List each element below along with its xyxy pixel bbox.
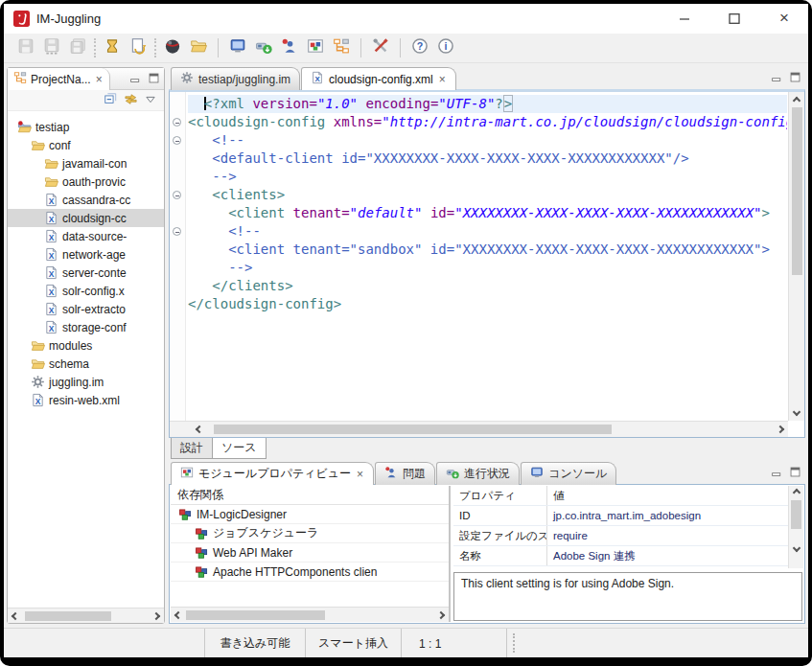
maximize-view-icon[interactable]	[789, 71, 801, 83]
dependency-item[interactable]: Web API Maker	[171, 543, 449, 563]
tree-item-solr-extracto[interactable]: Xsolr-extracto	[8, 300, 164, 318]
tree-item-data-source-[interactable]: Xdata-source-	[8, 227, 164, 245]
scroll-down-icon[interactable]	[793, 408, 800, 416]
editor-hscrollbar[interactable]	[170, 421, 788, 437]
fold-collapse-icon[interactable]	[173, 191, 181, 199]
monitor-button[interactable]	[228, 38, 247, 57]
minimize-view-icon[interactable]	[771, 71, 783, 83]
maximize-view-icon[interactable]	[789, 466, 801, 478]
tree-item-oauth-provic[interactable]: oauth-provic	[8, 172, 164, 191]
code-line[interactable]: <default-client id="XXXXXXXX-XXXX-XXXX-X…	[188, 149, 787, 168]
xml-source-editor[interactable]: <?xml version="1.0" encoding="UTF-8"?><c…	[188, 92, 787, 421]
dependencies-tree: IM-LogicDesignerジョブスケジューラWeb API MakerAp…	[171, 505, 449, 582]
tree-item-schema[interactable]: schema	[8, 355, 164, 373]
spool-button[interactable]	[103, 38, 122, 57]
scroll-thumb[interactable]	[791, 500, 801, 529]
bottom-tab[interactable]: モジュールプロパティビュー×	[171, 462, 374, 485]
code-line[interactable]: <clients>	[188, 186, 787, 204]
project-navigator-tab[interactable]: ProjectNa... ×	[8, 68, 110, 90]
scroll-right-icon[interactable]	[777, 425, 784, 433]
editor-vscrollbar[interactable]	[788, 92, 804, 421]
code-line[interactable]: <?xml version="1.0" encoding="UTF-8"?>	[188, 95, 787, 113]
scroll-right-icon[interactable]	[152, 612, 160, 620]
scroll-down-icon[interactable]	[793, 544, 800, 552]
juggling-ball-button[interactable]	[163, 38, 182, 57]
code-line[interactable]: -->	[188, 168, 787, 186]
view-menu-icon[interactable]	[145, 92, 156, 109]
link-with-editor-icon[interactable]	[124, 91, 138, 109]
dependencies-hscrollbar[interactable]	[171, 607, 449, 622]
code-line[interactable]: <cloudsign-config xmlns="http://intra-ma…	[188, 113, 787, 131]
tree-item-server-conte[interactable]: Xserver-conte	[8, 264, 164, 282]
close-button[interactable]: ×	[768, 4, 800, 34]
tree-item-network-age[interactable]: Xnetwork-age	[8, 245, 164, 264]
code-line[interactable]: <client tenant="sandbox" id="XXXXXXXX-XX…	[188, 241, 787, 259]
status-drag-handle[interactable]	[513, 633, 516, 653]
scroll-right-icon[interactable]	[437, 611, 445, 619]
tree-item-javamail-con[interactable]: javamail-con	[8, 154, 164, 172]
property-row[interactable]: IDjp.co.intra_mart.im_adobesign	[453, 506, 803, 526]
minimize-view-icon[interactable]	[771, 466, 783, 478]
hierarchy-button[interactable]	[332, 38, 351, 57]
view-tab[interactable]: 設計	[171, 438, 213, 459]
fold-collapse-icon[interactable]	[173, 227, 181, 236]
tree-item-resin-web-xml[interactable]: Xresin-web.xml	[8, 391, 164, 409]
close-icon[interactable]: ×	[356, 468, 364, 481]
code-line[interactable]: </cloudsign-config>	[188, 295, 787, 313]
scroll-up-icon[interactable]	[793, 97, 800, 104]
module-view-button[interactable]	[306, 38, 325, 57]
tree-item-juggling-im[interactable]: juggling.im	[8, 373, 164, 391]
bottom-tab[interactable]: コンソール	[521, 462, 616, 485]
view-tab[interactable]: ソース	[212, 438, 267, 459]
tree-item-modules[interactable]: modules	[8, 336, 164, 355]
dependency-item[interactable]: Apache HTTPComponents clien	[171, 563, 449, 582]
help-button[interactable]: ?	[410, 38, 429, 57]
scroll-left-icon[interactable]	[196, 425, 203, 433]
scroll-thumb[interactable]	[186, 610, 325, 620]
minimize-button[interactable]	[668, 4, 701, 34]
properties-vscrollbar[interactable]	[788, 486, 803, 568]
dependency-item[interactable]: IM-LogicDesigner	[171, 505, 449, 524]
collapse-all-icon[interactable]	[104, 92, 117, 109]
tools-button[interactable]	[371, 38, 390, 57]
fold-collapse-icon[interactable]	[173, 136, 181, 145]
info-button[interactable]: i	[436, 38, 455, 57]
scroll-thumb[interactable]	[214, 425, 612, 434]
scroll-thumb[interactable]	[25, 611, 111, 621]
scroll-left-icon[interactable]	[174, 611, 182, 619]
code-line[interactable]: <!--	[188, 222, 787, 241]
file-sync-button[interactable]	[128, 38, 148, 57]
tree-item-testiap[interactable]: testiap	[8, 118, 164, 136]
gear-icon	[180, 71, 194, 87]
tree-item-storage-conf[interactable]: Xstorage-conf	[8, 318, 164, 336]
progress-button[interactable]	[254, 38, 273, 57]
code-line[interactable]: </clients>	[188, 277, 787, 295]
code-line[interactable]: <client tenant="default" id="XXXXXXXX-XX…	[188, 204, 787, 222]
open-folder-button[interactable]	[189, 38, 208, 57]
property-row[interactable]: 名称Adobe Sign 連携	[453, 546, 803, 566]
explorer-hscrollbar[interactable]	[8, 608, 164, 623]
tree-item-solr-config-x[interactable]: Xsolr-config.x	[8, 282, 164, 300]
code-line[interactable]: -->	[188, 259, 787, 277]
editor-tab-cloudsign-config-xml[interactable]: Xcloudsign-config.xml×	[301, 67, 456, 90]
xml-file-icon: X	[44, 265, 58, 280]
dependency-item[interactable]: ジョブスケジューラ	[171, 524, 449, 543]
minimize-view-icon[interactable]	[129, 72, 142, 84]
tree-item-cassandra-cc[interactable]: Xcassandra-cc	[8, 191, 164, 209]
close-icon[interactable]: ×	[438, 73, 447, 86]
close-icon[interactable]: ×	[95, 73, 104, 86]
property-row[interactable]: 設定ファイルのステータスrequire	[453, 526, 803, 546]
maximize-button[interactable]	[718, 4, 751, 34]
fold-collapse-icon[interactable]	[173, 118, 181, 126]
scroll-thumb[interactable]	[792, 107, 802, 275]
tree-item-conf[interactable]: conf	[8, 136, 164, 154]
scroll-up-icon[interactable]	[793, 489, 800, 496]
editor-tab-testiap-juggling-im[interactable]: testiap/juggling.im	[171, 67, 300, 90]
code-line[interactable]: <!--	[188, 131, 787, 149]
bottom-tab[interactable]: 進行状況	[436, 462, 520, 485]
scroll-left-icon[interactable]	[12, 612, 19, 620]
user-badge-button[interactable]	[280, 38, 299, 57]
bottom-tab[interactable]: 問題	[375, 462, 435, 485]
maximize-view-icon[interactable]	[148, 72, 160, 84]
tree-item-cloudsign-cc[interactable]: Xcloudsign-cc	[8, 209, 164, 227]
